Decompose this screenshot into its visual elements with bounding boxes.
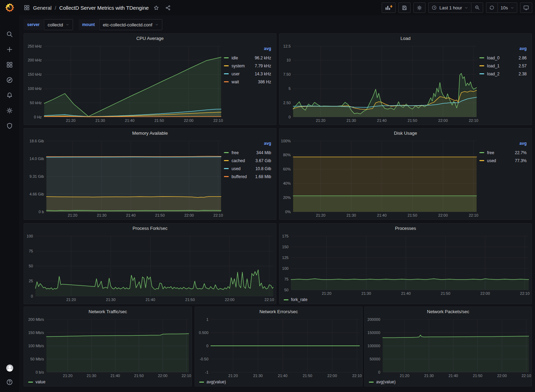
chart-load[interactable]: 02.5057.501012.521:2021:3021:4021:5022:0… — [279, 43, 479, 123]
dashboards-icon[interactable] — [6, 61, 14, 68]
zoom-out-time-button[interactable] — [471, 2, 483, 13]
chart-network-errors-sec[interactable]: -1-0.5000.500121:2021:3021:4021:5022:002… — [195, 316, 362, 378]
svg-text:21:40: 21:40 — [377, 118, 387, 123]
chart-network-packets-sec[interactable]: 05000010000015000020000021:2021:3021:402… — [365, 316, 532, 378]
series-swatch — [224, 176, 229, 177]
svg-text:21:30: 21:30 — [253, 374, 263, 378]
legend-item-avg(value)[interactable]: avg(value) — [199, 380, 226, 384]
legend-item-free[interactable]: free344 Mib — [224, 149, 271, 157]
svg-text:9.31 Gib: 9.31 Gib — [30, 174, 44, 178]
svg-text:21:50: 21:50 — [134, 374, 144, 378]
svg-text:-0.50: -0.50 — [200, 357, 208, 361]
legend-item-avg(value)[interactable]: avg(value) — [369, 380, 396, 384]
grafana-logo[interactable] — [2, 0, 17, 15]
legend-item-free[interactable]: free22.7% — [479, 149, 527, 157]
legend-item-wait[interactable]: wait386 Hz — [224, 78, 271, 86]
add-panel-button[interactable] — [382, 2, 396, 13]
svg-text:0 b/s: 0 b/s — [36, 370, 44, 374]
chart-cpu-average[interactable]: 0 Hz50 kHz100 kHz150 kHz200 kHz250 kHz21… — [24, 43, 224, 123]
breadcrumb-folder[interactable]: General — [33, 5, 51, 11]
configuration-gear-icon[interactable] — [6, 107, 14, 114]
chart-process-fork-sec[interactable]: 025507510021:2021:3021:4021:5022:0022:10 — [24, 233, 276, 302]
panel-title-memory-available[interactable]: Memory Available — [24, 128, 276, 137]
kiosk-mode-button[interactable] — [520, 2, 532, 13]
admin-shield-icon[interactable] — [6, 122, 14, 130]
chevron-down-icon — [155, 23, 159, 26]
chart-processes[interactable]: 507510012515017521:2021:3021:4021:5022:0… — [279, 233, 532, 296]
dashboard-settings-button[interactable] — [413, 2, 425, 13]
legend-item-used[interactable]: used10.8 Gib — [224, 165, 271, 173]
refresh-interval-picker[interactable]: 10s — [498, 2, 517, 13]
svg-text:21:30: 21:30 — [347, 118, 356, 123]
panel-title-network-traffic-sec[interactable]: Network Traffic/sec — [24, 307, 192, 316]
legend-item-fork_rate[interactable]: fork_rate — [284, 297, 307, 302]
panel-title-load[interactable]: Load — [279, 34, 532, 43]
legend-item-idle[interactable]: idle96.2 kHz — [224, 54, 271, 62]
legend-item-user[interactable]: user14.3 kHz — [224, 70, 271, 78]
svg-text:25: 25 — [29, 279, 33, 283]
panel-title-network-errors-sec[interactable]: Network Errors/sec — [195, 307, 362, 316]
chevron-down-icon — [464, 6, 468, 10]
chart-network-traffic-sec[interactable]: 0 b/s50 Mb/s100 Mb/s150 Mb/s200 Mb/s21:2… — [24, 316, 192, 378]
legend-item-load_2[interactable]: load_22.38 — [479, 70, 527, 78]
legend-header-avg[interactable]: avg — [224, 46, 271, 51]
svg-text:22:00: 22:00 — [158, 374, 168, 378]
series-name: user — [232, 72, 240, 76]
legend-item-load_0[interactable]: load_02.86 — [479, 54, 527, 62]
legend-item-cached[interactable]: cached3.67 Gib — [224, 157, 271, 165]
star-button[interactable] — [152, 3, 161, 12]
zoom-out-icon — [475, 5, 480, 10]
series-name: load_2 — [487, 72, 500, 76]
svg-text:14.0 Gib: 14.0 Gib — [30, 157, 44, 161]
chart-disk-usage[interactable]: 0%20%40%60%80%100%21:2021:3021:4021:5022… — [279, 137, 479, 218]
share-button[interactable] — [164, 3, 172, 12]
chart-memory-available[interactable]: 0 b4.66 Gib9.31 Gib14.0 Gib18.6 Gib21:20… — [24, 137, 224, 218]
clock-icon — [431, 5, 437, 10]
svg-text:21:40: 21:40 — [448, 374, 458, 378]
legend-item-value[interactable]: value — [28, 380, 46, 384]
series-swatch — [224, 73, 229, 74]
svg-text:21:30: 21:30 — [362, 291, 371, 295]
svg-text:12.5: 12.5 — [283, 44, 291, 48]
svg-text:75: 75 — [284, 277, 289, 281]
time-range-picker[interactable]: Last 1 hour — [428, 2, 471, 13]
panel-title-cpu-average[interactable]: CPU Average — [24, 34, 276, 43]
variable-server-value[interactable]: collectd — [44, 19, 73, 30]
search-icon[interactable] — [6, 30, 14, 38]
svg-text:200 Mb/s: 200 Mb/s — [28, 317, 44, 322]
legend-item-used[interactable]: used77.3% — [479, 157, 527, 165]
svg-text:2.50: 2.50 — [283, 101, 291, 105]
explore-compass-icon[interactable] — [6, 76, 14, 84]
legend-item-system[interactable]: system7.79 kHz — [224, 62, 271, 70]
panel-title-disk-usage[interactable]: Disk Usage — [279, 128, 532, 137]
alerting-bell-icon[interactable] — [6, 91, 14, 99]
legend-header-avg[interactable]: avg — [479, 141, 527, 146]
variable-mount-value[interactable]: etc-collectd-collectd.conf — [99, 19, 162, 30]
svg-text:21:50: 21:50 — [155, 213, 165, 217]
panel-title-network-packets-sec[interactable]: Network Packets/sec — [365, 307, 532, 316]
legend-item-buffered[interactable]: buffered1.68 Mib — [224, 173, 271, 181]
svg-text:21:50: 21:50 — [441, 291, 451, 295]
page-title[interactable]: CollectD Server Metrics with TDengine — [59, 5, 149, 11]
help-icon[interactable] — [6, 378, 14, 386]
variable-mount-selected: etc-collectd-collectd.conf — [103, 22, 152, 27]
series-avg-value: 1.68 Mib — [255, 174, 271, 179]
svg-text:22:00: 22:00 — [438, 118, 448, 123]
svg-text:100000: 100000 — [367, 344, 380, 348]
panel-cpu-average: CPU Average0 Hz50 kHz100 kHz150 kHz200 k… — [24, 33, 276, 125]
avatar[interactable] — [6, 364, 14, 372]
refresh-button[interactable] — [486, 2, 498, 13]
panel-network-errors-sec: Network Errors/sec-1-0.5000.500121:2021:… — [195, 307, 363, 386]
panel-load: Load02.5057.501012.521:2021:3021:4021:50… — [279, 33, 532, 125]
svg-text:22:00: 22:00 — [438, 213, 448, 217]
panel-network-traffic-sec: Network Traffic/sec0 b/s50 Mb/s100 Mb/s1… — [24, 307, 192, 386]
legend-header-avg[interactable]: avg — [479, 46, 527, 51]
svg-text:5: 5 — [289, 86, 291, 91]
create-plus-icon[interactable] — [6, 45, 14, 53]
panel-title-processes[interactable]: Processes — [279, 224, 532, 233]
chevron-down-icon — [510, 6, 514, 10]
legend-item-load_1[interactable]: load_12.57 — [479, 62, 527, 70]
save-dashboard-button[interactable] — [398, 2, 411, 13]
legend-header-avg[interactable]: avg — [224, 141, 271, 146]
panel-title-process-fork-sec[interactable]: Process Fork/sec — [24, 224, 276, 233]
